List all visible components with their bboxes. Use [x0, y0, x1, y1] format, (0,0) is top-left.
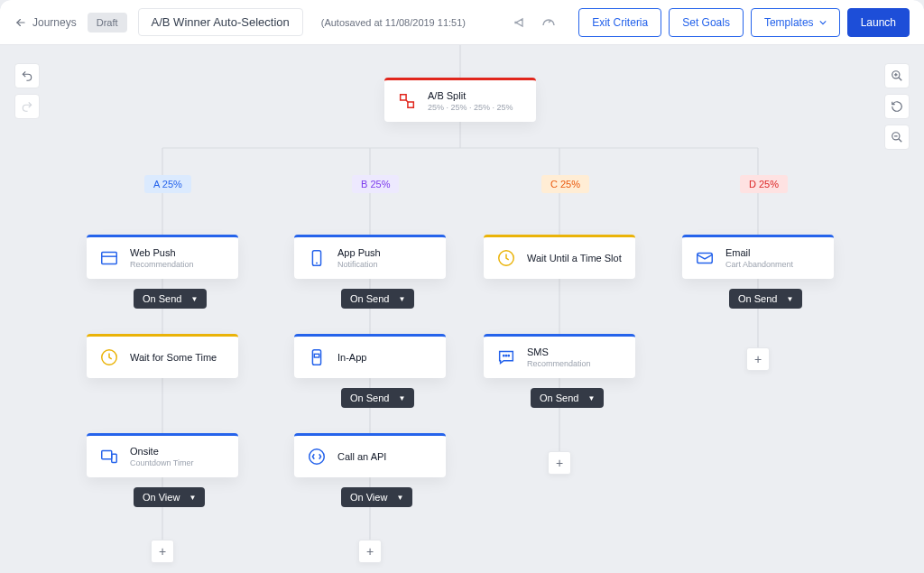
- undo-button[interactable]: [14, 63, 40, 88]
- node-title: Wait Until a Time Slot: [527, 253, 622, 263]
- chevron-down-icon: [819, 19, 827, 26]
- node-title: Wait for Some Time: [130, 352, 217, 363]
- clock-icon: [97, 346, 121, 369]
- node-email[interactable]: Email Cart Abandonment: [682, 235, 834, 279]
- pill-label: On View: [350, 492, 387, 503]
- svg-rect-21: [314, 354, 319, 357]
- node-subtitle: 25% · 25% · 25% · 25%: [428, 103, 513, 112]
- node-subtitle: Notification: [337, 260, 381, 269]
- set-goals-button[interactable]: Set Goals: [669, 8, 744, 37]
- pill-label: On Send: [143, 293, 181, 304]
- pill-on-send[interactable]: On Send▼: [341, 289, 414, 309]
- undo-icon: [21, 69, 33, 82]
- node-title: Web Push: [130, 247, 194, 258]
- redo-button: [14, 94, 40, 119]
- pill-on-view[interactable]: On View▼: [341, 487, 412, 507]
- node-sms[interactable]: SMS Recommendation: [484, 334, 635, 378]
- node-subtitle: Recommendation: [527, 359, 591, 368]
- devices-icon: [97, 445, 121, 468]
- node-title: SMS: [527, 347, 591, 357]
- pill-on-send[interactable]: On Send▼: [531, 388, 604, 408]
- back-button[interactable]: Journeys: [14, 16, 77, 29]
- node-title: Email: [725, 247, 793, 258]
- node-subtitle: Cart Abandonment: [725, 260, 793, 269]
- web-push-icon: [97, 246, 121, 270]
- in-app-icon: [305, 346, 328, 369]
- autosave-label: (Autosaved at 11/08/2019 11:51): [321, 17, 466, 28]
- svg-point-24: [504, 356, 504, 356]
- node-title: In-App: [337, 352, 366, 363]
- back-label: Journeys: [32, 16, 77, 29]
- pill-on-send[interactable]: On Send▼: [341, 388, 414, 408]
- zoom-out-icon: [891, 131, 903, 143]
- draft-badge: Draft: [88, 13, 127, 32]
- add-node-button[interactable]: +: [746, 347, 770, 371]
- header: Journeys Draft A/B Winner Auto-Selection…: [0, 0, 924, 45]
- zoom-out-button[interactable]: [884, 125, 910, 150]
- pill-label: On Send: [350, 293, 389, 304]
- refresh-icon: [891, 100, 903, 113]
- node-web-push[interactable]: Web Push Recommendation: [87, 235, 238, 279]
- node-title: Call an API: [337, 451, 386, 462]
- svg-point-26: [508, 356, 509, 356]
- pill-label: On Send: [350, 393, 389, 403]
- megaphone-icon[interactable]: [513, 15, 528, 30]
- node-subtitle: Recommendation: [130, 260, 194, 269]
- branch-label-a: A 25%: [144, 175, 191, 193]
- svg-point-25: [505, 356, 506, 356]
- node-wait-time-slot[interactable]: Wait Until a Time Slot: [484, 235, 635, 279]
- sms-icon: [494, 346, 518, 369]
- chevron-down-icon: ▼: [396, 494, 403, 502]
- redo-icon: [21, 100, 33, 113]
- add-node-button[interactable]: +: [358, 540, 382, 563]
- node-app-push[interactable]: App Push Notification: [294, 235, 446, 279]
- node-wait-some-time[interactable]: Wait for Some Time: [87, 334, 238, 378]
- chevron-down-icon: ▼: [398, 394, 405, 402]
- svg-point-22: [310, 449, 325, 465]
- email-icon: [693, 246, 716, 270]
- clock-icon: [494, 246, 518, 270]
- templates-button[interactable]: Templates: [751, 8, 840, 37]
- gauge-icon[interactable]: [541, 14, 557, 31]
- zoom-in-button[interactable]: [884, 63, 910, 88]
- node-subtitle: Countdown Timer: [130, 458, 194, 467]
- branch-label-c: C 25%: [541, 175, 589, 193]
- node-ab-split[interactable]: A/B Split 25% · 25% · 25% · 25%: [384, 78, 536, 122]
- pill-label: On Send: [540, 393, 578, 403]
- launch-button[interactable]: Launch: [847, 8, 910, 37]
- pill-on-send[interactable]: On Send▼: [134, 289, 207, 309]
- arrow-left-icon: [14, 16, 27, 29]
- pill-label: On View: [143, 492, 180, 503]
- branch-label-b: B 25%: [352, 175, 399, 193]
- pill-on-view[interactable]: On View▼: [134, 487, 205, 507]
- svg-rect-13: [102, 253, 117, 264]
- chevron-down-icon: ▼: [190, 295, 198, 303]
- pill-label: On Send: [738, 293, 777, 304]
- node-in-app[interactable]: In-App: [294, 334, 446, 378]
- add-node-button[interactable]: +: [548, 451, 571, 475]
- header-icons: [513, 14, 557, 31]
- exit-criteria-button[interactable]: Exit Criteria: [578, 8, 661, 37]
- chevron-down-icon: ▼: [587, 394, 595, 402]
- svg-rect-17: [112, 454, 117, 462]
- split-icon: [395, 89, 419, 113]
- node-onsite[interactable]: Onsite Countdown Timer: [87, 433, 238, 477]
- mobile-icon: [305, 246, 328, 270]
- chevron-down-icon: ▼: [189, 494, 196, 502]
- node-call-api[interactable]: Call an API: [294, 433, 446, 477]
- api-icon: [305, 445, 328, 468]
- node-title: Onsite: [130, 446, 194, 457]
- chevron-down-icon: ▼: [398, 295, 405, 303]
- node-title: App Push: [337, 247, 381, 258]
- svg-rect-27: [698, 254, 713, 263]
- svg-rect-16: [102, 451, 112, 459]
- add-node-button[interactable]: +: [151, 540, 174, 563]
- pill-on-send[interactable]: On Send▼: [729, 289, 802, 309]
- branch-label-d: D 25%: [740, 175, 788, 193]
- zoom-reset-button[interactable]: [884, 94, 910, 119]
- node-title: A/B Split: [428, 90, 513, 101]
- journey-title[interactable]: A/B Winner Auto-Selection: [138, 8, 303, 36]
- templates-label: Templates: [764, 16, 814, 29]
- zoom-in-icon: [891, 69, 903, 82]
- canvas: A/B Split 25% · 25% · 25% · 25% A 25% B …: [0, 45, 924, 573]
